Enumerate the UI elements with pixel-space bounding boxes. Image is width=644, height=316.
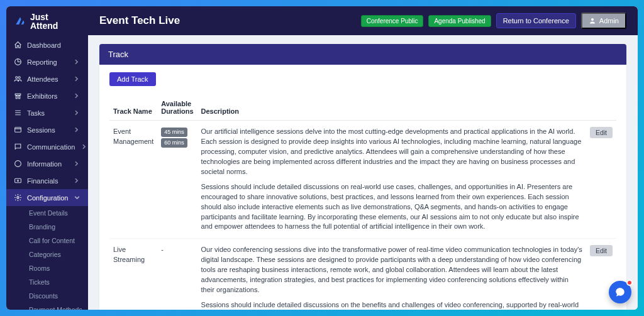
table-row: Event Management45 mins60 minsOur artifi… (109, 121, 616, 239)
sidebar-subitem-event-details[interactable]: Event Details (24, 206, 88, 220)
svg-point-1 (16, 77, 18, 79)
sidebar-item-communication[interactable]: Communication (6, 138, 88, 155)
sidebar-item-label: Reporting (27, 58, 57, 66)
topbar: Event Tech Live Conference Public Agenda… (88, 6, 638, 35)
sidebar-subitem-rooms[interactable]: Rooms (24, 261, 88, 275)
duration-pill: 60 mins (161, 138, 187, 148)
svg-rect-5 (19, 96, 20, 99)
sidebar-item-configuration[interactable]: Configuration (6, 189, 88, 206)
chevron-right-icon (72, 92, 80, 100)
sidebar-item-label: Information (27, 160, 62, 168)
svg-point-2 (18, 77, 20, 79)
col-durations: Available Durations (157, 95, 197, 121)
main-nav: DashboardReportingAttendeesExhibitorsTas… (6, 36, 88, 310)
return-to-conference-button[interactable]: Return to Conference (496, 13, 576, 28)
track-description: Our artificial intelligence sessions del… (197, 121, 586, 239)
svg-rect-3 (15, 94, 21, 95)
edit-button[interactable]: Edit (590, 127, 613, 138)
add-track-button[interactable]: Add Track (109, 72, 156, 86)
notification-dot (626, 280, 633, 286)
track-card: Track Add Track Track Name Available Dur… (99, 44, 626, 310)
sidebar-subitem-categories[interactable]: Categories (24, 248, 88, 261)
sidebar-item-tasks[interactable]: Tasks (6, 104, 88, 121)
svg-point-10 (17, 197, 19, 199)
brand-name: Just Attend (30, 13, 58, 30)
admin-button-label: Admin (599, 17, 619, 25)
top-actions: Conference Public Agenda Published Retur… (361, 13, 626, 29)
sidebar-subitem-payment-methods[interactable]: Payment Methods (24, 303, 88, 310)
main-area: Event Tech Live Conference Public Agenda… (88, 6, 638, 310)
sidebar-subitem-call-for-content[interactable]: Call for Content (24, 234, 88, 248)
chevron-right-icon (72, 75, 80, 83)
information-icon (14, 160, 22, 168)
dashboard-icon (14, 41, 22, 49)
sidebar-item-financials[interactable]: Financials (6, 172, 88, 189)
badge-agenda-published[interactable]: Agenda Published (428, 15, 491, 27)
chevron-right-icon (72, 126, 80, 134)
track-description: Our video conferencing sessions dive int… (197, 239, 586, 310)
chevron-right-icon (72, 58, 80, 66)
page-title: Event Tech Live (99, 14, 180, 27)
track-durations: - (157, 239, 197, 310)
sidebar-item-label: Tasks (27, 109, 45, 117)
col-description: Description (197, 95, 586, 121)
admin-button[interactable]: Admin (581, 13, 626, 29)
tracks-table: Track Name Available Durations Descripti… (109, 95, 616, 310)
svg-point-11 (591, 18, 594, 21)
chevron-down-icon (73, 193, 81, 202)
track-durations: 45 mins60 mins (157, 121, 197, 239)
exhibitors-icon (14, 92, 22, 100)
sidebar-item-label: Sessions (27, 126, 55, 134)
financials-icon (14, 177, 22, 185)
attendees-icon (14, 75, 22, 83)
chevron-right-icon (72, 109, 80, 117)
chat-launcher[interactable] (609, 281, 631, 303)
sidebar-subitem-branding[interactable]: Branding (24, 220, 88, 234)
col-track-name: Track Name (109, 95, 157, 121)
sidebar-item-label: Communication (27, 143, 75, 151)
sidebar-item-dashboard[interactable]: Dashboard (6, 36, 88, 53)
svg-rect-4 (16, 96, 17, 99)
reporting-icon (14, 58, 22, 66)
edit-button[interactable]: Edit (590, 245, 613, 256)
configuration-icon (14, 193, 22, 202)
chevron-right-icon (72, 177, 80, 185)
sidebar-item-label: Attendees (27, 75, 58, 83)
card-title: Track (99, 44, 626, 65)
brand-logo: Just Attend (6, 6, 88, 36)
content-scroll[interactable]: Track Add Track Track Name Available Dur… (88, 35, 638, 310)
sidebar-item-label: Dashboard (27, 41, 61, 49)
sidebar-item-information[interactable]: Information (6, 155, 88, 172)
sessions-icon (14, 126, 22, 134)
sidebar: Just Attend DashboardReportingAttendeesE… (6, 6, 88, 310)
table-row: Live Streaming-Our video conferencing se… (109, 239, 616, 310)
logo-icon (14, 15, 26, 28)
communication-icon (14, 143, 22, 151)
tasks-icon (14, 109, 22, 117)
sidebar-item-label: Exhibitors (27, 92, 57, 100)
badge-conference-public[interactable]: Conference Public (361, 15, 424, 27)
chat-icon (614, 286, 626, 298)
sidebar-item-sessions[interactable]: Sessions (6, 121, 88, 138)
svg-point-9 (17, 180, 18, 181)
user-icon (589, 17, 596, 25)
track-name: Live Streaming (109, 239, 157, 310)
sidebar-item-exhibitors[interactable]: Exhibitors (6, 87, 88, 104)
sidebar-item-label: Configuration (27, 194, 68, 202)
sidebar-item-attendees[interactable]: Attendees (6, 70, 88, 87)
sidebar-item-label: Financials (27, 177, 58, 185)
track-name: Event Management (109, 121, 157, 239)
chevron-right-icon (80, 143, 88, 151)
svg-rect-6 (15, 128, 21, 133)
sidebar-subitem-tickets[interactable]: Tickets (24, 275, 88, 289)
sidebar-item-reporting[interactable]: Reporting (6, 53, 88, 70)
duration-pill: 45 mins (161, 128, 187, 137)
sidebar-subitem-discounts[interactable]: Discounts (24, 289, 88, 303)
chevron-right-icon (72, 160, 80, 168)
